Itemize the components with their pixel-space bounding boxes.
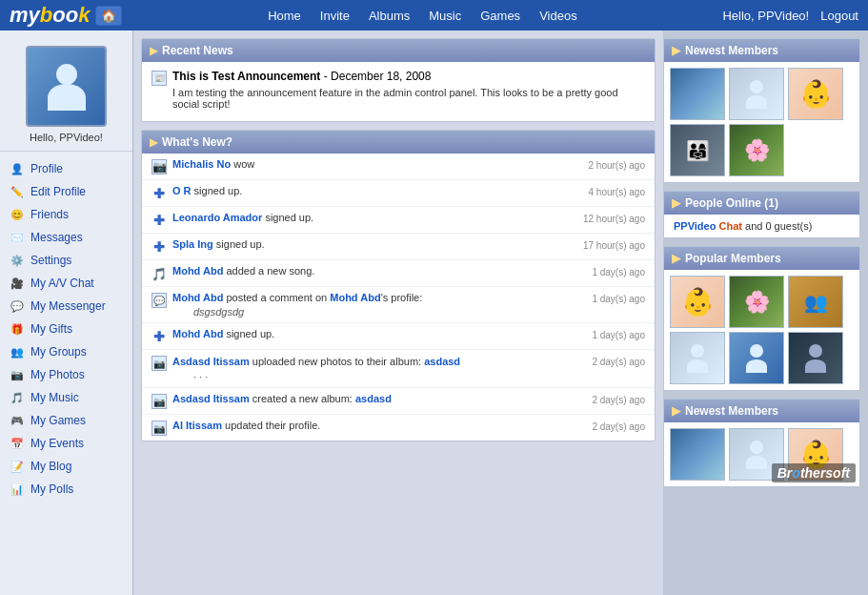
activity-target-link-6[interactable]: Mohd Abd (330, 292, 380, 303)
news-announcement-title[interactable]: This is Test Announcement (172, 70, 320, 83)
activity-user-link-6[interactable]: Mohd Abd (172, 292, 223, 303)
people-online-arrow: ▶ (672, 196, 680, 210)
sidebar-label-friends: Friends (30, 208, 69, 221)
activity-user-link-3[interactable]: Leonardo Amador (172, 212, 262, 223)
sidebar-item-blog[interactable]: 📝 My Blog (0, 455, 132, 478)
activity-user-link-1[interactable]: Michalis No (172, 158, 231, 170)
logo[interactable]: mybook (10, 3, 90, 28)
activity-album-link-8[interactable]: asdasd (424, 356, 460, 367)
popular-thumb-4[interactable] (670, 332, 725, 384)
activity-photo-icon-4: 📷 (151, 421, 167, 436)
content-area: ▶ Recent News 📰 This is Test Announcemen… (133, 31, 663, 595)
popular-members-section: ▶ Popular Members 👶 🌸 👥 (663, 246, 860, 391)
activity-user-link-4[interactable]: Spla Ing (172, 238, 213, 250)
sidebar-label-polls: My Polls (30, 482, 73, 496)
activity-content-8: Asdasd Itissam uploaded new photos to th… (172, 355, 586, 382)
sidebar-label-music: My Music (30, 391, 79, 404)
home-button[interactable]: 🏠 (95, 6, 122, 26)
sidebar-item-music[interactable]: 🎵 My Music (0, 386, 132, 409)
whats-new-section: ▶ What's New? 📷 Michalis No wow 2 hour(s… (141, 130, 656, 441)
activity-row: 🎵 Mohd Abd added a new song. 1 day(s) ag… (142, 260, 655, 287)
news-body-text: I am testing the announcement feature in… (172, 87, 645, 110)
greeting-text: Hello, PPVideo! (722, 9, 809, 23)
member-thumb-5[interactable]: 🌸 (729, 124, 784, 176)
nav-games[interactable]: Games (480, 9, 520, 23)
logout-button[interactable]: Logout (820, 9, 858, 23)
member-thumb-1[interactable] (670, 68, 725, 120)
sidebar-item-messenger[interactable]: 💬 My Messenger (0, 295, 132, 318)
sidebar-item-messages[interactable]: ✉️ Messages (0, 226, 132, 249)
newest-thumb-b1[interactable] (670, 428, 725, 481)
logo-area: mybook 🏠 (10, 3, 122, 28)
activity-user-link-7[interactable]: Mohd Abd (172, 328, 223, 339)
member-thumb-img-4: 👨‍👩‍👧 (671, 125, 724, 175)
online-guests-text: and 0 guest(s) (745, 220, 812, 232)
user-area: Hello, PPVideo! Logout (722, 9, 858, 23)
nav-albums[interactable]: Albums (369, 9, 410, 23)
member-thumb-4[interactable]: 👨‍👩‍👧 (670, 124, 725, 176)
activity-time-9: 2 day(s) ago (592, 393, 645, 405)
popular-thumb-6[interactable] (788, 332, 843, 384)
popular-members-header: ▶ Popular Members (664, 247, 859, 270)
member-thumb-2[interactable] (729, 68, 784, 120)
sidebar-item-settings[interactable]: ⚙️ Settings (0, 249, 132, 272)
sidebar-label-messenger: My Messenger (30, 299, 106, 313)
sidebar-item-games[interactable]: 🎮 My Games (0, 409, 132, 432)
sidebar-item-edit-profile[interactable]: ✏️ Edit Profile (0, 180, 132, 203)
nav-music[interactable]: Music (429, 9, 461, 23)
sidebar-item-photos[interactable]: 📷 My Photos (0, 363, 132, 386)
popular-thumb-5[interactable] (729, 332, 784, 384)
settings-icon: ⚙️ (10, 253, 25, 268)
activity-content-3: Leonardo Amador signed up. (172, 212, 577, 223)
people-online-title: People Online (1) (685, 196, 778, 210)
sidebar-label-gifts: My Gifts (30, 322, 72, 336)
activity-user-link-9[interactable]: Asdasd Itissam (172, 393, 250, 404)
whats-new-body: 📷 Michalis No wow 2 hour(s) ago ✚ O R si… (142, 154, 655, 441)
nav-home[interactable]: Home (268, 9, 301, 23)
member-thumb-img-5: 🌸 (730, 125, 783, 175)
activity-content-7: Mohd Abd signed up. (172, 328, 586, 339)
popular-thumb-3[interactable]: 👥 (788, 276, 843, 328)
sidebar-label-edit-profile: Edit Profile (30, 185, 86, 198)
activity-plus-icon-2: ✚ (151, 213, 167, 228)
sidebar-item-friends[interactable]: 😊 Friends (0, 203, 132, 226)
recent-news-header: ▶ Recent News (142, 39, 655, 62)
activity-user-link-2[interactable]: O R (172, 185, 192, 196)
edit-profile-icon: ✏️ (10, 184, 25, 199)
sidebar-item-profile[interactable]: 👤 Profile (0, 157, 132, 180)
member-thumb-3[interactable]: 👶 (788, 68, 843, 120)
sidebar-label-games: My Games (30, 414, 86, 427)
nav-invite[interactable]: Invite (320, 9, 350, 23)
avatar[interactable] (26, 46, 107, 127)
sidebar-item-polls[interactable]: 📊 My Polls (0, 478, 132, 501)
activity-content-5: Mohd Abd added a new song. (172, 265, 586, 277)
people-online-header: ▶ People Online (1) (664, 192, 859, 215)
sidebar-greeting: Hello, PPVideo! (30, 132, 103, 143)
activity-row: ✚ O R signed up. 4 hour(s) ago (142, 180, 655, 207)
member-thumb-img-1 (671, 69, 724, 119)
sidebar-item-gifts[interactable]: 🎁 My Gifts (0, 318, 132, 340)
activity-content-2: O R signed up. (172, 185, 583, 196)
whats-new-title: What's New? (162, 135, 232, 149)
popular-thumb-2[interactable]: 🌸 (729, 276, 784, 328)
online-user-link[interactable]: PPVideo (674, 220, 716, 232)
member-thumb-img-2 (730, 69, 783, 119)
activity-time-5: 1 day(s) ago (592, 265, 645, 277)
activity-comment-icon: 💬 (151, 293, 167, 308)
sidebar-item-events[interactable]: 📅 My Events (0, 432, 132, 455)
online-chat-link[interactable]: Chat (719, 220, 742, 232)
activity-photo-icon: 📷 (151, 159, 167, 174)
sidebar-item-groups[interactable]: 👥 My Groups (0, 340, 132, 363)
people-online-body: PPVideo Chat and 0 guest(s) (664, 215, 859, 237)
popular-thumb-1[interactable]: 👶 (670, 276, 725, 328)
newest-members-arrow: ▶ (672, 44, 680, 57)
sidebar-item-av-chat[interactable]: 🎥 My A/V Chat (0, 272, 132, 295)
activity-photo-icon-2: 📷 (151, 356, 167, 371)
activity-user-link-5[interactable]: Mohd Abd (172, 265, 223, 277)
activity-album-link-9[interactable]: asdasd (355, 393, 392, 404)
activity-user-link-10[interactable]: Al Itissam (172, 420, 222, 431)
recent-news-body: 📰 This is Test Announcement - December 1… (142, 62, 655, 121)
activity-user-link-8[interactable]: Asdasd Itissam (172, 356, 250, 367)
activity-time-8: 2 day(s) ago (592, 355, 645, 367)
nav-videos[interactable]: Videos (539, 9, 577, 23)
